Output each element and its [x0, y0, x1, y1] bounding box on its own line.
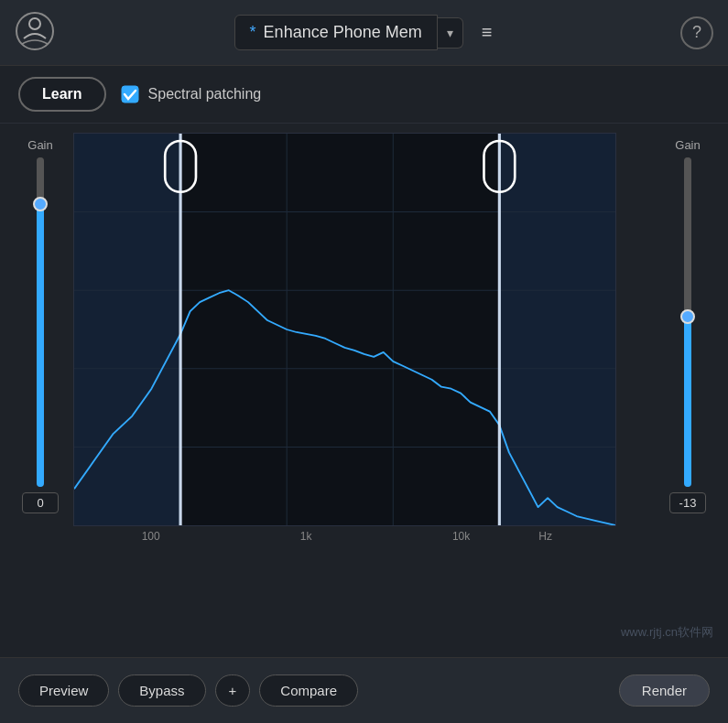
freq-10k: 10k: [384, 530, 538, 543]
preset-button[interactable]: * Enhance Phone Mem: [234, 15, 438, 50]
learn-button[interactable]: Learn: [18, 77, 106, 112]
gain-left-track[interactable]: [34, 157, 47, 487]
plus-button[interactable]: +: [215, 674, 251, 707]
gain-left-value: 0: [22, 492, 59, 513]
freq-1k: 1k: [228, 530, 383, 543]
freq-hz: Hz: [538, 530, 616, 543]
gain-right-track[interactable]: [681, 157, 694, 487]
gain-right-thumb[interactable]: [680, 309, 695, 324]
gain-right-value: -13: [669, 492, 706, 513]
freq-100: 100: [73, 530, 228, 543]
freq-labels: 100 1k 10k Hz: [73, 526, 616, 546]
toolbar: Learn Spectral patching: [0, 66, 728, 124]
spectral-patching-label[interactable]: Spectral patching: [121, 85, 262, 103]
header: * Enhance Phone Mem ▾ ≡ ?: [0, 0, 728, 66]
render-button[interactable]: Render: [619, 674, 710, 707]
spectrum-svg: [74, 134, 615, 525]
compare-button[interactable]: Compare: [259, 674, 358, 707]
preset-dropdown-arrow[interactable]: ▾: [438, 17, 463, 49]
gain-slider-right: Gain -13: [660, 133, 715, 513]
bottom-bar: Preview Bypass + Compare Render: [0, 657, 728, 723]
header-center: * Enhance Phone Mem ▾ ≡: [234, 15, 502, 50]
preview-button[interactable]: Preview: [18, 674, 109, 707]
hamburger-menu-button[interactable]: ≡: [473, 16, 502, 49]
spectrum-canvas: -20 -40 -60 -80 -100 dB: [73, 133, 616, 526]
help-button[interactable]: ?: [680, 16, 713, 49]
gain-left-label: Gain: [27, 138, 52, 152]
main-content: Gain 0: [0, 124, 728, 581]
gain-left-thumb[interactable]: [33, 197, 48, 211]
logo: [15, 11, 55, 55]
watermark: www.rjtj.cn软件网: [621, 624, 713, 641]
bypass-button[interactable]: Bypass: [118, 674, 205, 707]
preset-asterisk: *: [250, 23, 256, 42]
preset-name: Enhance Phone Mem: [264, 23, 422, 42]
svg-point-1: [29, 18, 40, 29]
gain-right-label: Gain: [675, 138, 700, 152]
spectral-patching-text: Spectral patching: [148, 86, 262, 103]
gain-slider-left: Gain 0: [13, 133, 68, 513]
spectrum-container: -20 -40 -60 -80 -100 dB 100 1k 10k Hz: [73, 133, 616, 554]
spectral-patching-checkbox[interactable]: [121, 85, 139, 103]
